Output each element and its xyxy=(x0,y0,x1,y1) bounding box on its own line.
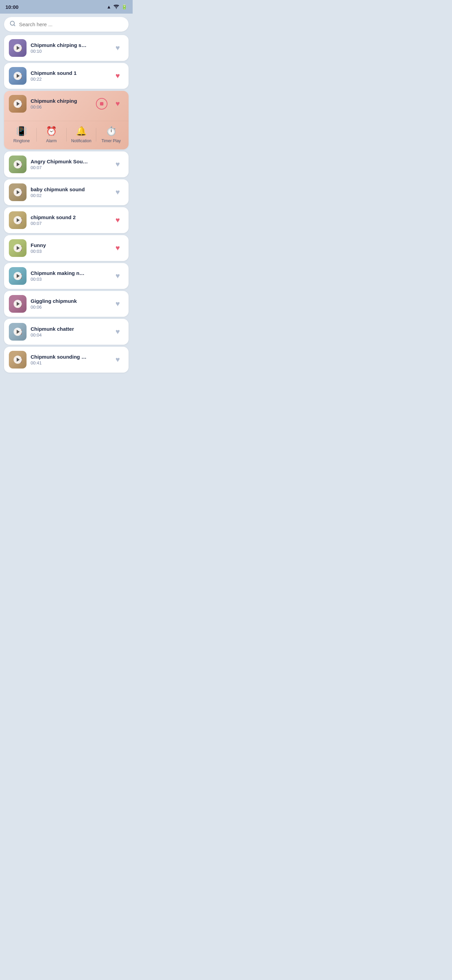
sound-title: Angry Chipmunk Sou… xyxy=(31,159,98,164)
sound-title: Chipmunk chirping s… xyxy=(31,42,98,48)
favorite-button[interactable]: ♥ xyxy=(111,186,124,198)
toolbar-btn-ringtone[interactable]: 📳 Ringtone xyxy=(7,126,36,143)
sound-item[interactable]: 🐿️ Chipmunk chirping s… 00:10 ♥ xyxy=(4,35,128,61)
favorite-button[interactable]: ♥ xyxy=(111,326,124,338)
sound-item[interactable]: 🐿️ Chipmunk making n… 00:03 ♥ xyxy=(4,263,128,289)
toolbar-btn-alarm[interactable]: ⏰ Alarm xyxy=(37,126,66,143)
play-overlay xyxy=(14,44,22,52)
play-overlay xyxy=(14,216,22,224)
play-overlay xyxy=(14,328,22,336)
play-triangle xyxy=(17,46,20,50)
sound-title: Chipmunk chirping xyxy=(31,98,92,104)
sound-item-active[interactable]: 🐿️ Chipmunk chirping 00:06 ♥ xyxy=(4,91,128,150)
play-triangle xyxy=(17,74,20,78)
play-triangle xyxy=(17,302,20,306)
favorite-button[interactable]: ♥ xyxy=(111,42,124,54)
heart-icon: ♥ xyxy=(115,216,120,224)
sound-thumbnail: 🐿️ xyxy=(9,239,27,257)
play-triangle xyxy=(17,102,20,106)
play-overlay xyxy=(14,100,22,108)
notification-label: Notification xyxy=(71,138,91,143)
sound-info: chipmunk sound 2 00:07 xyxy=(31,215,108,226)
sound-info: Giggling chipmunk 00:06 xyxy=(31,298,108,310)
heart-icon: ♥ xyxy=(115,72,120,80)
sound-item[interactable]: 🐿️ Angry Chipmunk Sou… 00:07 ♥ xyxy=(4,151,128,177)
favorite-button[interactable]: ♥ xyxy=(111,214,124,226)
svg-line-2 xyxy=(14,25,15,26)
favorite-button[interactable]: ♥ xyxy=(111,353,124,366)
sound-thumbnail: 🐿️ xyxy=(9,39,27,57)
heart-icon: ♥ xyxy=(115,243,120,253)
sound-thumbnail: 🐿️ xyxy=(9,295,27,313)
sound-thumbnail: 🐿️ xyxy=(9,156,27,173)
play-overlay xyxy=(14,300,22,308)
sound-item[interactable]: 🐿️ Funny 00:03 ♥ xyxy=(4,235,128,261)
heart-icon: ♥ xyxy=(115,99,120,108)
heart-icon: ♥ xyxy=(115,160,120,169)
timer-label: Timer Play xyxy=(102,138,121,143)
sound-thumbnail: 🐿️ xyxy=(9,183,27,201)
search-icon xyxy=(10,21,16,28)
play-triangle xyxy=(17,218,20,222)
play-triangle xyxy=(17,330,20,334)
sound-title: Giggling chipmunk xyxy=(31,298,98,304)
status-time: 10:00 xyxy=(5,4,18,10)
heart-icon: ♥ xyxy=(115,272,120,280)
stop-button[interactable] xyxy=(96,98,108,110)
sound-duration: 00:04 xyxy=(31,332,108,337)
status-bar: 10:00 ▲ 🔋 xyxy=(0,0,133,14)
favorite-button[interactable]: ♥ xyxy=(111,70,124,82)
sound-duration: 00:06 xyxy=(31,105,92,110)
sound-list: 🐿️ Chipmunk chirping s… 00:10 ♥ 🐿️ Chip xyxy=(0,35,133,372)
favorite-button[interactable]: ♥ xyxy=(111,158,124,170)
sound-title: chipmunk sound 2 xyxy=(31,215,98,220)
play-triangle xyxy=(17,246,20,250)
sound-thumbnail: 🐿️ xyxy=(9,351,27,369)
sound-title: Chipmunk sound 1 xyxy=(31,70,98,76)
sound-duration: 00:06 xyxy=(31,305,108,310)
sound-duration: 00:41 xyxy=(31,360,108,366)
favorite-button[interactable]: ♥ xyxy=(111,242,124,254)
sound-title: Chipmunk making n… xyxy=(31,270,98,276)
sound-item[interactable]: 🐿️ Chipmunk chatter 00:04 ♥ xyxy=(4,319,128,345)
sound-info: Chipmunk chirping s… 00:10 xyxy=(31,42,108,54)
heart-icon: ♥ xyxy=(115,299,120,308)
alarm-label: Alarm xyxy=(46,138,57,143)
sound-item[interactable]: 🐿️ Giggling chipmunk 00:06 ♥ xyxy=(4,291,128,317)
sound-title: Chipmunk chatter xyxy=(31,326,98,332)
sound-item[interactable]: 🐿️ baby chipmunk sound 00:02 ♥ xyxy=(4,179,128,205)
toolbar-btn-timer[interactable]: ⏱️ Timer Play xyxy=(96,126,126,143)
timer-icon: ⏱️ xyxy=(106,126,117,137)
sound-thumbnail: 🐿️ xyxy=(9,267,27,285)
signal-icon: ▲ xyxy=(106,4,111,10)
toolbar-btn-notification[interactable]: 🔔 Notification xyxy=(67,126,96,143)
sound-item-main: 🐿️ Chipmunk chirping 00:06 ♥ xyxy=(4,91,128,117)
sound-duration: 00:02 xyxy=(31,193,108,198)
sound-duration: 00:03 xyxy=(31,249,108,254)
sound-item[interactable]: 🐿️ Chipmunk sound 1 00:22 ♥ xyxy=(4,63,128,89)
sound-info: Chipmunk making n… 00:03 xyxy=(31,270,108,282)
alarm-icon: ⏰ xyxy=(46,126,57,137)
favorite-button[interactable]: ♥ xyxy=(111,270,124,282)
sound-thumbnail: 🐿️ xyxy=(9,211,27,229)
play-triangle xyxy=(17,162,20,166)
status-icons: ▲ 🔋 xyxy=(106,4,127,10)
play-overlay xyxy=(14,244,22,252)
sound-thumbnail: 🐿️ xyxy=(9,323,27,340)
play-triangle xyxy=(17,274,20,278)
wifi-icon xyxy=(113,4,119,10)
active-toolbar: 📳 Ringtone ⏰ Alarm 🔔 Notification ⏱️ Tim… xyxy=(4,121,128,150)
search-bar[interactable] xyxy=(4,17,128,32)
heart-icon: ♥ xyxy=(115,327,120,336)
sound-item[interactable]: 🐿️ Chipmunk sounding … 00:41 ♥ xyxy=(4,347,128,372)
favorite-button[interactable]: ♥ xyxy=(111,298,124,310)
sound-info: Chipmunk sounding … 00:41 xyxy=(31,354,108,366)
play-triangle xyxy=(17,190,20,194)
heart-icon: ♥ xyxy=(115,43,120,52)
favorite-button[interactable]: ♥ xyxy=(111,98,124,110)
sound-thumbnail: 🐿️ xyxy=(9,67,27,85)
sound-item[interactable]: 🐿️ chipmunk sound 2 00:07 ♥ xyxy=(4,207,128,233)
sound-title: Chipmunk sounding … xyxy=(31,354,98,360)
ringtone-label: Ringtone xyxy=(13,138,30,143)
search-input[interactable] xyxy=(19,21,123,27)
